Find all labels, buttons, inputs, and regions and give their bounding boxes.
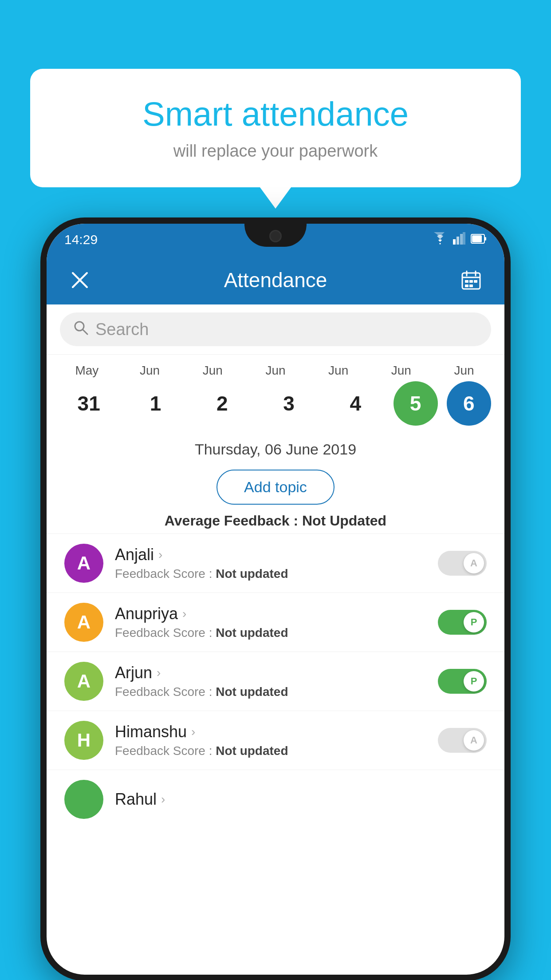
feedback-value-himanshu: Not updated	[216, 744, 288, 758]
search-bar[interactable]: Search	[60, 312, 491, 346]
bubble-subtitle: will replace your paperwork	[52, 142, 499, 161]
month-jun-6: Jun	[435, 364, 493, 378]
svg-rect-0	[453, 239, 456, 245]
avatar-himanshu: H	[64, 721, 103, 760]
student-name-himanshu: Himanshu ›	[115, 723, 417, 741]
phone-frame: 14:29	[40, 217, 511, 980]
svg-rect-17	[469, 285, 473, 287]
svg-rect-13	[465, 280, 468, 283]
svg-rect-16	[465, 285, 468, 287]
student-info-partial[interactable]: Rahul ›	[115, 790, 487, 809]
toggle-arjun-container: P	[429, 669, 487, 694]
search-container: Search	[47, 304, 504, 355]
student-item: A Anjali › Feedback Score : Not updated	[47, 533, 504, 593]
svg-rect-15	[474, 280, 477, 283]
student-name-anupriya: Anupriya ›	[115, 605, 417, 623]
avatar-anupriya: A	[64, 603, 103, 642]
student-feedback-anupriya: Feedback Score : Not updated	[115, 626, 417, 640]
date-1[interactable]: 1	[126, 381, 184, 426]
student-item: A Arjun › Feedback Score : Not updated	[47, 652, 504, 711]
toggle-knob-anjali: A	[464, 553, 484, 573]
wifi-icon	[433, 232, 448, 248]
toggle-knob-anupriya: P	[464, 612, 484, 632]
svg-line-19	[83, 330, 87, 334]
speech-bubble-container: Smart attendance will replace your paper…	[30, 69, 521, 187]
calendar-button[interactable]	[456, 265, 487, 296]
date-4[interactable]: 4	[327, 381, 384, 426]
toggle-knob-arjun: P	[464, 671, 484, 692]
toggle-anupriya-container: P	[429, 610, 487, 635]
student-info-anupriya[interactable]: Anupriya › Feedback Score : Not updated	[115, 605, 417, 640]
toggle-anjali-container: A	[429, 551, 487, 576]
student-feedback-himanshu: Feedback Score : Not updated	[115, 744, 417, 758]
student-name-partial: Rahul ›	[115, 790, 487, 809]
selected-date-label: Thursday, 06 June 2019	[47, 430, 504, 465]
student-item-partial: Rahul ›	[47, 770, 504, 829]
svg-rect-2	[460, 234, 463, 245]
student-feedback-anjali: Feedback Score : Not updated	[115, 567, 417, 581]
add-topic-button[interactable]: Add topic	[216, 470, 335, 505]
toggle-anupriya[interactable]: P	[438, 610, 487, 635]
chevron-icon: ›	[191, 725, 195, 739]
date-6-selected[interactable]: 6	[447, 381, 491, 426]
svg-rect-5	[484, 237, 486, 241]
toggle-arjun[interactable]: P	[438, 669, 487, 694]
chevron-icon: ›	[157, 666, 161, 680]
avg-feedback-value: Not Updated	[302, 513, 386, 529]
student-item: A Anupriya › Feedback Score : Not update…	[47, 593, 504, 652]
student-list: A Anjali › Feedback Score : Not updated	[47, 533, 504, 829]
battery-icon	[471, 233, 487, 247]
student-item: H Himanshu › Feedback Score : Not update…	[47, 711, 504, 770]
toggle-himanshu-container: A	[429, 728, 487, 753]
camera	[269, 230, 282, 242]
month-jun-1: Jun	[121, 364, 179, 378]
avatar-arjun: A	[64, 662, 103, 701]
chevron-icon: ›	[182, 607, 186, 621]
svg-rect-6	[472, 235, 482, 242]
feedback-value-anjali: Not updated	[216, 567, 288, 581]
month-jun-4: Jun	[310, 364, 367, 378]
toggle-knob-himanshu: A	[464, 730, 484, 751]
date-5-today[interactable]: 5	[394, 381, 438, 426]
date-31[interactable]: 31	[60, 381, 118, 426]
speech-bubble: Smart attendance will replace your paper…	[30, 69, 521, 187]
month-jun-5: Jun	[372, 364, 430, 378]
phone-screen: 14:29	[47, 224, 504, 975]
student-info-arjun[interactable]: Arjun › Feedback Score : Not updated	[115, 664, 417, 699]
svg-rect-1	[457, 237, 459, 245]
month-jun-3: Jun	[247, 364, 304, 378]
student-info-anjali[interactable]: Anjali › Feedback Score : Not updated	[115, 545, 417, 581]
student-name-arjun: Arjun ›	[115, 664, 417, 682]
student-info-himanshu[interactable]: Himanshu › Feedback Score : Not updated	[115, 723, 417, 758]
close-button[interactable]	[64, 265, 95, 296]
svg-rect-14	[469, 280, 473, 283]
bubble-title: Smart attendance	[52, 95, 499, 133]
avg-feedback-label: Average Feedback :	[165, 513, 298, 529]
calendar-strip: May Jun Jun Jun Jun Jun Jun 31 1 2 3 4 5…	[47, 355, 504, 430]
app-bar: Attendance	[47, 256, 504, 304]
status-time: 14:29	[64, 232, 98, 247]
date-row: 31 1 2 3 4 5 6	[47, 381, 504, 426]
date-2[interactable]: 2	[193, 381, 251, 426]
search-placeholder: Search	[95, 320, 149, 339]
phone-container: 14:29	[40, 217, 511, 980]
content-area: Thursday, 06 June 2019 Add topic Average…	[47, 430, 504, 829]
student-name-anjali: Anjali ›	[115, 545, 417, 564]
student-feedback-arjun: Feedback Score : Not updated	[115, 685, 417, 699]
toggle-anjali[interactable]: A	[438, 551, 487, 576]
toggle-himanshu[interactable]: A	[438, 728, 487, 753]
app-bar-title: Attendance	[224, 268, 327, 292]
svg-rect-3	[463, 232, 465, 245]
status-icons	[433, 232, 487, 248]
date-3[interactable]: 3	[260, 381, 318, 426]
add-topic-container: Add topic	[47, 470, 504, 505]
month-jun-2: Jun	[184, 364, 241, 378]
chevron-icon: ›	[158, 548, 162, 562]
avg-feedback: Average Feedback : Not Updated	[47, 513, 504, 529]
chevron-icon: ›	[161, 792, 165, 806]
status-bar: 14:29	[47, 224, 504, 256]
notch	[244, 224, 307, 247]
avatar-anjali: A	[64, 544, 103, 583]
month-row: May Jun Jun Jun Jun Jun Jun	[47, 364, 504, 378]
avatar-partial	[64, 780, 103, 819]
